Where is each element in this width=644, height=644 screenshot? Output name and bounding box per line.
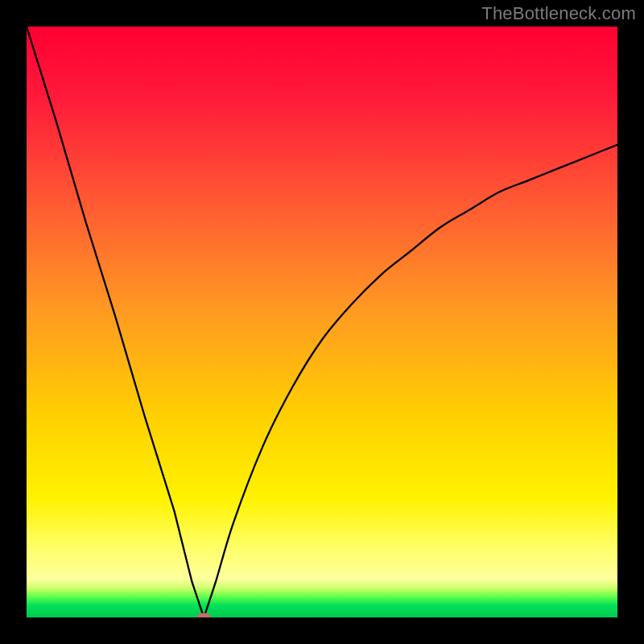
bottleneck-curve-path [27, 27, 617, 617]
minimum-marker [197, 613, 210, 618]
curve-svg [27, 27, 617, 617]
chart-frame: TheBottleneck.com [0, 0, 644, 644]
plot-area [27, 27, 617, 617]
watermark-text: TheBottleneck.com [481, 3, 636, 24]
